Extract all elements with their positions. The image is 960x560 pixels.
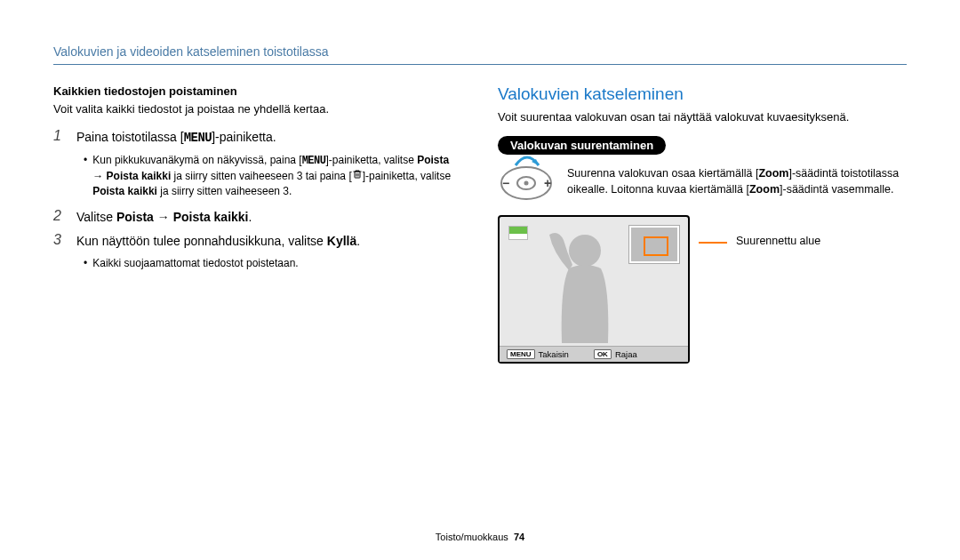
- page-footer: Toisto/muokkaus 74: [0, 532, 960, 542]
- page-number: 74: [514, 532, 524, 542]
- step-1: 1 Paina toistotilassa [MENU]-painiketta.: [53, 128, 462, 148]
- zoom-text: Suurenna valokuvan osaa kiertämällä [Zoo…: [567, 165, 907, 197]
- delete-all-intro: Voit valita kaikki tiedostot ja poistaa …: [53, 101, 462, 117]
- back-label: Takaisin: [539, 349, 569, 359]
- callout-connector: [699, 242, 727, 244]
- step-number: 2: [53, 208, 68, 224]
- view-photos-title: Valokuvien katseleminen: [498, 84, 907, 104]
- zoom-inset: [629, 226, 679, 263]
- svg-text:−: −: [502, 176, 509, 190]
- zoom-instruction: − + Suurenna valokuvan osaa kiertämällä …: [498, 165, 907, 208]
- menu-icon: MENU: [302, 155, 326, 167]
- svg-point-6: [569, 235, 601, 267]
- step-2: 2 Valitse Poista → Poista kaikki.: [53, 208, 462, 227]
- zoom-area-indicator: [644, 236, 668, 256]
- menu-icon: MENU: [184, 131, 212, 145]
- ok-key-icon: OK: [594, 349, 612, 359]
- right-column: Valokuvien katseleminen Voit suurentaa v…: [498, 84, 907, 364]
- page-header: Valokuvien ja videoiden katseleminen toi…: [53, 44, 907, 65]
- view-photos-intro: Voit suurentaa valokuvan osan tai näyttä…: [498, 109, 907, 125]
- screen-statusbar: MENU Takaisin OK Rajaa: [500, 346, 688, 362]
- step-text: Valitse Poista → Poista kaikki.: [76, 208, 462, 227]
- menu-key-icon: MENU: [507, 349, 535, 359]
- callout-label: Suurennettu alue: [736, 235, 820, 247]
- step1-note: • Kun pikkukuvanäkymä on näkyvissä, pain…: [84, 153, 462, 199]
- thumbnail-icon: [508, 226, 528, 240]
- step-3: 3 Kun näyttöön tulee ponnahdusikkuna, va…: [53, 232, 462, 251]
- step-number: 1: [53, 128, 68, 144]
- left-column: Kaikkien tiedostojen poistaminen Voit va…: [53, 84, 462, 364]
- step-text: Paina toistotilassa [MENU]-painiketta.: [76, 128, 462, 148]
- step-text: Kun näyttöön tulee ponnahdusikkuna, vali…: [76, 232, 462, 251]
- crop-label: Rajaa: [615, 349, 637, 359]
- svg-point-3: [524, 181, 529, 186]
- trash-icon: [352, 169, 363, 184]
- delete-all-heading: Kaikkien tiedostojen poistaminen: [53, 84, 462, 98]
- svg-rect-0: [355, 172, 360, 178]
- step3-note: • Kaikki suojaamattomat tiedostot poiste…: [84, 256, 462, 271]
- enlarge-pill: Valokuvan suurentaminen: [498, 136, 666, 155]
- zoom-dial-icon: − +: [498, 165, 555, 208]
- child-silhouette: [542, 226, 622, 343]
- svg-text:+: +: [544, 176, 551, 190]
- step-number: 3: [53, 232, 68, 248]
- camera-screen: MENU Takaisin OK Rajaa: [498, 215, 690, 364]
